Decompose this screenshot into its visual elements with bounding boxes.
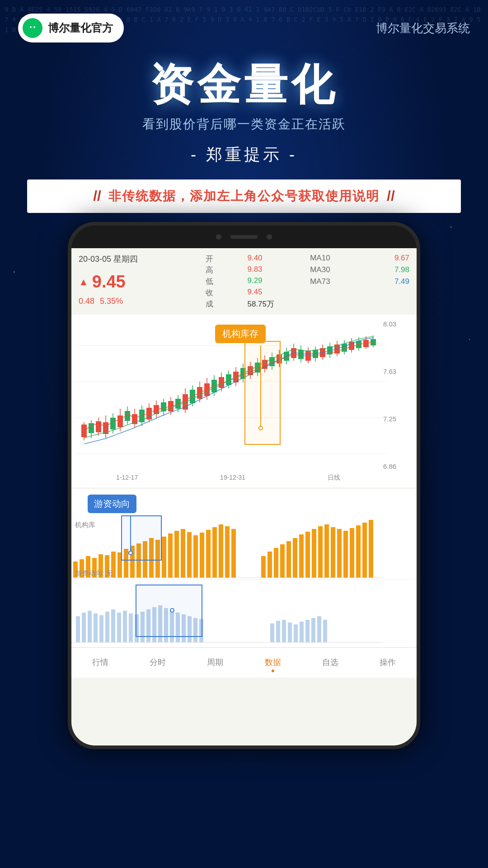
svg-rect-117: [267, 552, 272, 578]
candlestick-chart: 8.03 7.63 7.25 6.86 机构库存: [75, 318, 413, 472]
open-label: 开: [206, 254, 243, 264]
ma10-label: MA10: [310, 254, 330, 263]
wechat-label: 博尔量化官方: [48, 21, 113, 35]
nav-active-dot: [272, 670, 274, 672]
header: 博尔量化官方 博尔量化交易系统: [0, 0, 488, 52]
bottom-nav: 行情 分时 周期 数据 自选 操作: [71, 647, 417, 678]
nav-label-data: 数据: [265, 657, 281, 668]
nav-item-period[interactable]: 周期: [200, 655, 230, 674]
nav-item-time[interactable]: 分时: [142, 655, 173, 674]
svg-rect-159: [282, 620, 286, 642]
price-up-arrow: ▲: [79, 276, 89, 288]
svg-point-2: [30, 26, 32, 28]
svg-rect-136: [82, 613, 86, 642]
ma30-label: MA30: [310, 265, 330, 274]
svg-rect-9: [81, 425, 87, 437]
date-label-2: 19-12-31: [220, 474, 245, 482]
svg-rect-107: [181, 529, 185, 578]
svg-rect-163: [305, 620, 310, 642]
price-label-3: 7.25: [383, 415, 411, 423]
svg-rect-124: [312, 529, 316, 578]
annotation-flow-dot: [128, 551, 133, 555]
notch-sensor: [267, 234, 272, 240]
low-label: 低: [206, 276, 243, 287]
phone-screen: 20-03-05 星期四 ▲ 9.45 0.48 5.35% 开 9.40 高 …: [71, 248, 417, 745]
svg-rect-35: [175, 399, 181, 409]
notice-text: 非传统数据，添加左上角公众号获取使用说明: [108, 188, 380, 205]
slash-right: //: [387, 188, 395, 204]
phone-container: 20-03-05 星期四 ▲ 9.45 0.48 5.35% 开 9.40 高 …: [0, 222, 488, 749]
price-label-4: 6.86: [383, 462, 411, 470]
stock-price: 9.45: [92, 272, 126, 292]
small-chart-area: [71, 580, 417, 647]
svg-rect-39: [190, 390, 195, 403]
hero-section: 资金量化 看到股价背后哪一类资金正在活跃 - 郑重提示 -: [0, 52, 488, 170]
wechat-icon: [23, 18, 42, 38]
stock-ma: MA10 9.67 MA30 7.98 MA73 7.49: [305, 254, 409, 309]
close-val: 9.45: [247, 288, 304, 298]
phone-notch: [194, 228, 294, 246]
ma30-row: MA30 7.98: [310, 265, 409, 274]
svg-rect-11: [89, 423, 94, 433]
svg-rect-158: [276, 621, 280, 642]
svg-rect-112: [212, 527, 217, 578]
svg-rect-120: [286, 541, 291, 578]
flow-bracket: [121, 515, 162, 561]
annotation-inventory-dot: [258, 426, 263, 430]
low-val: 9.29: [247, 276, 304, 287]
nav-label-time: 分时: [150, 657, 166, 668]
nav-label-operation: 操作: [380, 657, 396, 668]
notch-camera: [216, 234, 221, 240]
high-val: 9.83: [247, 265, 304, 275]
svg-rect-127: [331, 527, 335, 578]
wechat-badge[interactable]: 博尔量化官方: [18, 14, 124, 42]
annotation-flow: 游资动向: [88, 495, 136, 513]
phone-frame: 20-03-05 星期四 ▲ 9.45 0.48 5.35% 开 9.40 高 …: [68, 222, 420, 749]
nav-label-watchlist: 自选: [322, 657, 338, 668]
flow-status: 游资动向: 无: [75, 569, 113, 578]
svg-rect-81: [342, 344, 347, 352]
svg-rect-108: [187, 532, 192, 578]
svg-rect-104: [162, 537, 166, 578]
svg-rect-164: [311, 618, 315, 642]
svg-rect-111: [206, 530, 211, 578]
stock-change: 0.48: [79, 297, 94, 309]
stock-change-row: 0.48 5.35%: [79, 297, 197, 309]
small-chart-dot: [170, 608, 174, 613]
svg-rect-109: [193, 535, 198, 578]
svg-rect-162: [300, 622, 304, 642]
hero-title: 资金量化: [0, 61, 488, 108]
svg-rect-139: [99, 615, 103, 642]
svg-rect-17: [110, 418, 116, 429]
svg-rect-113: [219, 524, 223, 578]
svg-rect-128: [337, 529, 342, 578]
open-val: 9.40: [247, 254, 304, 264]
slash-left: //: [93, 188, 101, 204]
candlestick-area: 8.03 7.63 7.25 6.86 机构库存: [71, 315, 417, 487]
svg-rect-114: [225, 526, 230, 578]
svg-rect-157: [270, 623, 274, 642]
nav-item-data[interactable]: 数据: [258, 655, 288, 674]
svg-rect-110: [200, 533, 204, 578]
nav-label-period: 周期: [207, 657, 223, 668]
nav-item-operation[interactable]: 操作: [372, 655, 403, 674]
system-title: 博尔量化交易系统: [376, 20, 470, 36]
stock-ohlc: 开 9.40 高 9.83 低 9.29 收 9.45 成 58.75万: [198, 254, 304, 309]
phone-notch-bar: [71, 226, 417, 248]
price-label-2: 7.63: [383, 368, 411, 375]
ma73-label: MA73: [310, 277, 330, 286]
close-label: 收: [206, 288, 243, 298]
volume-label: 成: [206, 299, 243, 309]
ma30-val: 7.98: [394, 265, 409, 274]
ma10-val: 9.67: [394, 254, 409, 263]
date-label-3: 日线: [328, 474, 340, 482]
hero-subtitle: 看到股价背后哪一类资金正在活跃: [0, 116, 488, 133]
stock-date: 20-03-05 星期四: [79, 254, 197, 267]
svg-rect-129: [343, 531, 348, 578]
nav-item-watchlist[interactable]: 自选: [315, 655, 346, 674]
volume-area: 游资动向 机构库: [71, 489, 417, 580]
small-chart-bracket: [136, 585, 202, 637]
nav-item-market[interactable]: 行情: [85, 655, 116, 674]
high-label: 高: [206, 265, 243, 275]
svg-rect-166: [323, 620, 327, 642]
